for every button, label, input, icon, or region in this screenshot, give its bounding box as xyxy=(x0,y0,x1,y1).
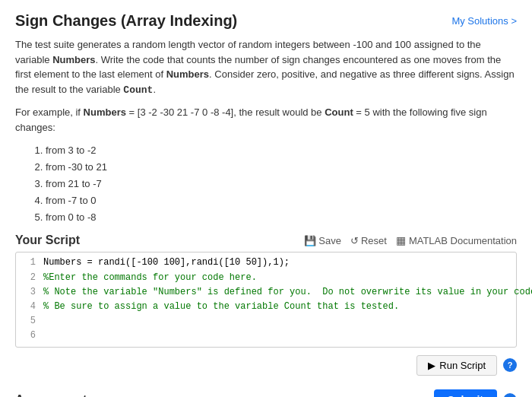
desc-part4: . xyxy=(153,84,156,95)
line-content: % Be sure to assign a value to the varia… xyxy=(43,300,511,314)
reset-button[interactable]: ↺ Reset xyxy=(350,235,387,246)
assessment-header: Assessment: Submit ? xyxy=(15,389,517,397)
line-content: %Enter the commands for your code here. xyxy=(43,271,511,285)
assessment-right: Submit ? xyxy=(434,389,517,397)
example-intro-text: For example, if xyxy=(15,106,84,118)
line-number: 3 xyxy=(21,285,36,300)
save-button[interactable]: 💾 Save xyxy=(304,235,341,246)
list-item: from 3 to -2 xyxy=(46,142,517,159)
play-icon: ▶ xyxy=(428,360,435,371)
example-eq: = [3 -2 -30 21 -7 0 -8 -4], the result w… xyxy=(126,106,325,118)
code-line: 4% Be sure to assign a value to the vari… xyxy=(16,300,516,314)
matlab-doc-button[interactable]: ▦ MATLAB Documentation xyxy=(396,234,517,246)
save-icon: 💾 xyxy=(304,235,316,246)
run-row: ▶ Run Script ? xyxy=(15,355,517,376)
run-script-button[interactable]: ▶ Run Script xyxy=(416,355,497,376)
line-content xyxy=(43,329,511,343)
line-content xyxy=(43,314,511,329)
line-number: 6 xyxy=(21,329,36,343)
my-solutions-link[interactable]: My Solutions > xyxy=(451,15,517,27)
page-title: Sign Changes (Array Indexing) xyxy=(15,12,237,30)
script-actions: 💾 Save ↺ Reset ▦ MATLAB Documentation xyxy=(304,234,517,246)
code-line: 3% Note the variable "Numbers" is define… xyxy=(16,285,516,300)
example-list: from 3 to -2 from -30 to 21 from 21 to -… xyxy=(46,142,517,226)
line-number: 4 xyxy=(21,300,36,314)
run-help-icon[interactable]: ? xyxy=(503,358,517,372)
desc-code-count: Count xyxy=(123,84,153,96)
description-text: The test suite generates a random length… xyxy=(15,37,517,97)
doc-icon: ▦ xyxy=(396,234,406,246)
code-line: 1Numbers = randi([-100 100],randi([10 50… xyxy=(16,256,516,270)
example-numbers-bold: Numbers xyxy=(84,106,126,118)
assessment-title: Assessment: xyxy=(15,393,91,397)
reset-icon: ↺ xyxy=(350,235,359,246)
list-item: from 0 to -8 xyxy=(46,209,517,226)
list-item: from -30 to 21 xyxy=(46,159,517,176)
line-content: % Note the variable "Numbers" is defined… xyxy=(43,285,532,300)
code-editor[interactable]: 1Numbers = randi([-100 100],randi([10 50… xyxy=(15,252,517,347)
line-number: 2 xyxy=(21,271,36,285)
assessment-help-icon[interactable]: ? xyxy=(503,393,517,397)
desc-bold2: Numbers xyxy=(166,68,209,80)
submit-button[interactable]: Submit xyxy=(434,389,497,397)
line-content: Numbers = randi([-100 100],randi([10 50]… xyxy=(43,256,511,270)
line-number: 5 xyxy=(21,314,36,329)
list-item: from 21 to -7 xyxy=(46,176,517,192)
code-line: 6 xyxy=(16,329,516,343)
line-number: 1 xyxy=(21,256,36,270)
desc-bold1: Numbers xyxy=(52,54,95,65)
example-count-bold: Count xyxy=(325,106,353,118)
your-script-title: Your Script xyxy=(15,233,80,247)
code-line: 5 xyxy=(16,314,516,329)
list-item: from -7 to 0 xyxy=(46,192,517,209)
code-line: 2%Enter the commands for your code here. xyxy=(16,271,516,285)
example-intro: For example, if Numbers = [3 -2 -30 21 -… xyxy=(15,105,517,135)
your-script-header: Your Script 💾 Save ↺ Reset ▦ MATLAB Docu… xyxy=(15,233,517,247)
page-header: Sign Changes (Array Indexing) My Solutio… xyxy=(15,12,517,30)
